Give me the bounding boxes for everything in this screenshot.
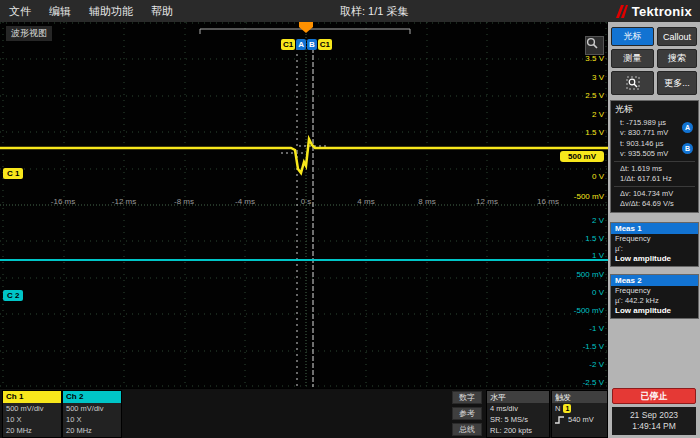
- search-button[interactable]: 搜索: [657, 49, 697, 68]
- y-axis-label: 1 V: [558, 251, 604, 260]
- cursor-b-handle[interactable]: B: [307, 39, 317, 50]
- trigger-tile-title: 触发: [552, 391, 607, 403]
- zoom-icon: [626, 76, 640, 90]
- y-axis-label: 2 V: [558, 216, 604, 225]
- inverse-delta-t-readout: 1/Δt: 617.61 Hz: [611, 174, 698, 184]
- trigger-tile[interactable]: 触发 N 1 540 mV: [551, 390, 608, 438]
- bottom-bar: Ch 1 500 mV/div 10 X 20 MHz Ch 2 500 mV/…: [0, 388, 608, 438]
- cursor-a-source-badge[interactable]: C1: [281, 39, 295, 50]
- horizontal-scale: 4 ms/div: [487, 403, 549, 414]
- meas1-title: Meas 1: [611, 223, 698, 234]
- meas2-badge[interactable]: Meas 2 Frequency µ': 442.2 kHz Low ampli…: [610, 274, 699, 319]
- cursor-b-time: t: 903.146 µs: [620, 139, 668, 149]
- waveform-view[interactable]: 波形视图 C1 A B C1 C 1 C 2 500 mV 3.5 V 3 V …: [0, 22, 608, 388]
- meas2-mean: µ': 442.2 kHz: [611, 296, 698, 306]
- channel1-tile-title: Ch 1: [3, 391, 61, 403]
- bus-button[interactable]: 总线: [452, 423, 482, 436]
- channel1-tile[interactable]: Ch 1 500 mV/div 10 X 20 MHz: [2, 390, 62, 438]
- menu-edit[interactable]: 编辑: [40, 0, 80, 22]
- channel2-tile[interactable]: Ch 2 500 mV/div 10 X 20 MHz: [62, 390, 122, 438]
- horizontal-tile[interactable]: 水平 4 ms/div SR: 5 MS/s RL: 200 kpts: [486, 390, 550, 438]
- y-axis-label: 2 V: [558, 110, 604, 119]
- y-axis-label: -500 mV: [558, 306, 604, 315]
- tektronix-logo: Tektronix: [616, 0, 692, 22]
- delta-v-readout: Δv: 104.734 mV: [611, 189, 698, 199]
- zoom-overview-button[interactable]: [585, 36, 604, 55]
- menu-utility[interactable]: 辅助功能: [80, 0, 142, 22]
- digital-button[interactable]: 数字: [452, 391, 482, 404]
- channel1-trace[interactable]: [0, 139, 608, 173]
- trigger-mode: N: [555, 403, 560, 414]
- y-axis-label: -1.5 V: [558, 342, 604, 351]
- datetime-display: 21 Sep 2023 1:49:14 PM: [612, 407, 696, 435]
- cursor-badge-row: C1 A B C1: [281, 39, 332, 50]
- right-panel: 光标 Callout 测量 搜索 更多... 光标 t: -715.989 µs…: [608, 22, 700, 438]
- cursor-a-badge: A: [682, 122, 693, 133]
- delta-t-readout: Δt: 1.619 ms: [611, 164, 698, 174]
- channel2-bandwidth: 20 MHz: [63, 425, 121, 436]
- cursor-readout-title: 光标: [611, 101, 698, 117]
- oscilloscope-screen: 文件 编辑 辅助功能 帮助 取样: 1/1 采集 Tektronix: [0, 0, 700, 438]
- x-axis-label: -12 ms: [104, 197, 144, 206]
- magnifier-icon: [586, 37, 598, 49]
- reference-button[interactable]: 参考: [452, 407, 482, 420]
- menu-bar: 文件 编辑 辅助功能 帮助 取样: 1/1 采集 Tektronix: [0, 0, 700, 23]
- slope-readout: Δv/Δt: 64.69 V/s: [611, 199, 698, 209]
- y-axis-label: -2.5 V: [558, 378, 604, 387]
- cursors-button[interactable]: 光标: [611, 27, 654, 46]
- cursor-b-readout: t: 903.146 µs v: 935.505 mV B: [611, 138, 698, 159]
- meas2-status: Low amplitude: [611, 306, 698, 318]
- trigger-level: 540 mV: [568, 414, 594, 425]
- record-length: RL: 200 kpts: [487, 425, 549, 436]
- trigger-source-badge: 1: [563, 404, 571, 413]
- y-axis-label: 2.5 V: [558, 91, 604, 100]
- menu-help[interactable]: 帮助: [142, 0, 182, 22]
- channel1-bandwidth: 20 MHz: [3, 425, 61, 436]
- cursor-a-readout: t: -715.989 µs v: 830.771 mV A: [611, 117, 698, 138]
- tektronix-logo-text: Tektronix: [632, 4, 692, 19]
- trigger-position-marker[interactable]: [299, 22, 313, 33]
- cursor-b-voltage: v: 935.505 mV: [620, 149, 668, 159]
- divider: [614, 186, 695, 187]
- date-text: 21 Sep 2023: [612, 410, 696, 421]
- y-axis-label: 0 V: [558, 172, 604, 181]
- y-axis-label: 1.5 V: [558, 128, 604, 137]
- cursor-a-voltage: v: 830.771 mV: [620, 128, 668, 138]
- measure-button[interactable]: 测量: [611, 49, 654, 68]
- meas1-mean: µ':: [611, 244, 698, 254]
- waveform-view-label: 波形视图: [6, 26, 52, 41]
- more-button[interactable]: 更多...: [657, 71, 697, 95]
- menu-file[interactable]: 文件: [0, 0, 40, 22]
- x-axis-label: 0 s: [286, 197, 326, 206]
- meas2-title: Meas 2: [611, 275, 698, 286]
- cursor-readout-panel[interactable]: 光标 t: -715.989 µs v: 830.771 mV A t: 903…: [610, 100, 699, 213]
- y-axis-label: -1 V: [558, 324, 604, 333]
- channel2-probe: 10 X: [63, 414, 121, 425]
- cursor-a-handle[interactable]: A: [296, 39, 306, 50]
- x-axis-label: 4 ms: [346, 197, 386, 206]
- x-axis-label: 16 ms: [528, 197, 568, 206]
- meas1-type: Frequency: [611, 234, 698, 244]
- time-text: 1:49:14 PM: [612, 421, 696, 432]
- cursor-b-source-badge[interactable]: C1: [318, 39, 332, 50]
- x-axis-label: -16 ms: [43, 197, 83, 206]
- cursor-b-badge: B: [682, 143, 693, 154]
- y-axis-label: 3 V: [558, 73, 604, 82]
- divider: [614, 161, 695, 162]
- channel1-probe: 10 X: [3, 414, 61, 425]
- y-axis-label: 500 mV: [558, 270, 604, 279]
- run-stop-button[interactable]: 已停止: [612, 388, 696, 404]
- x-axis-label: 12 ms: [467, 197, 507, 206]
- channel2-badge[interactable]: C 2: [3, 290, 23, 301]
- meas1-badge[interactable]: Meas 1 Frequency µ': Low amplitude: [610, 222, 699, 267]
- tektronix-logo-mark: [616, 5, 628, 18]
- channel1-badge[interactable]: C 1: [3, 168, 23, 179]
- y-axis-label: 1.5 V: [558, 234, 604, 243]
- y-axis-label: 3.5 V: [558, 54, 604, 63]
- x-axis-label: -4 ms: [225, 197, 265, 206]
- callout-button[interactable]: Callout: [657, 27, 697, 46]
- channel1-level-badge[interactable]: 500 mV: [560, 151, 604, 162]
- acquisition-status: 取样: 1/1 采集: [340, 0, 408, 22]
- channel2-tile-title: Ch 2: [63, 391, 121, 403]
- zoom-mode-button[interactable]: [611, 71, 654, 95]
